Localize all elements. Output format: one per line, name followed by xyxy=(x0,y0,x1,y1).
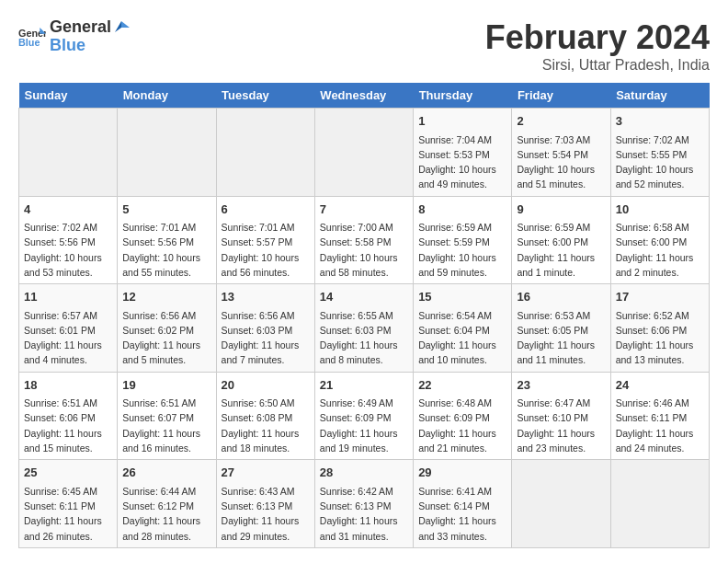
day-info: Sunrise: 7:03 AMSunset: 5:54 PMDaylight:… xyxy=(517,132,605,192)
weekday-header-thursday: Thursday xyxy=(414,83,512,109)
day-info: Sunrise: 6:46 AMSunset: 6:11 PMDaylight:… xyxy=(616,396,704,455)
day-number: 20 xyxy=(222,376,310,395)
day-number: 13 xyxy=(222,288,310,306)
calendar-cell: 21Sunrise: 6:49 AMSunset: 6:09 PMDayligh… xyxy=(314,372,413,460)
calendar-week-row: 11Sunrise: 6:57 AMSunset: 6:01 PMDayligh… xyxy=(19,284,710,373)
day-number: 12 xyxy=(122,288,210,306)
calendar-week-row: 4Sunrise: 7:02 AMSunset: 5:56 PMDaylight… xyxy=(19,196,710,284)
day-info: Sunrise: 7:00 AMSunset: 5:58 PMDaylight:… xyxy=(320,220,408,280)
day-info: Sunrise: 6:53 AMSunset: 6:05 PMDaylight:… xyxy=(517,308,605,368)
calendar-cell xyxy=(118,109,216,197)
day-number: 26 xyxy=(122,464,210,482)
calendar-cell xyxy=(314,109,413,197)
calendar-cell: 11Sunrise: 6:57 AMSunset: 6:01 PMDayligh… xyxy=(19,284,118,373)
calendar-cell: 20Sunrise: 6:50 AMSunset: 6:08 PMDayligh… xyxy=(216,372,314,460)
calendar-cell: 7Sunrise: 7:00 AMSunset: 5:58 PMDaylight… xyxy=(314,196,413,284)
weekday-header-wednesday: Wednesday xyxy=(314,83,413,109)
day-number: 24 xyxy=(616,376,704,395)
day-number: 7 xyxy=(320,201,408,219)
day-number: 14 xyxy=(320,288,408,306)
weekday-header-monday: Monday xyxy=(118,83,216,109)
calendar-cell: 19Sunrise: 6:51 AMSunset: 6:07 PMDayligh… xyxy=(118,372,216,460)
day-number: 8 xyxy=(418,201,506,219)
subtitle: Sirsi, Uttar Pradesh, India xyxy=(485,57,710,74)
calendar-cell: 28Sunrise: 6:42 AMSunset: 6:13 PMDayligh… xyxy=(314,460,413,548)
calendar-cell: 3Sunrise: 7:02 AMSunset: 5:55 PMDaylight… xyxy=(610,109,709,197)
calendar-cell: 29Sunrise: 6:41 AMSunset: 6:14 PMDayligh… xyxy=(414,460,512,548)
header: General Blue General Blue February 2024 … xyxy=(18,18,710,74)
calendar-cell: 27Sunrise: 6:43 AMSunset: 6:13 PMDayligh… xyxy=(216,460,314,548)
day-info: Sunrise: 6:50 AMSunset: 6:08 PMDaylight:… xyxy=(222,396,310,455)
day-number: 23 xyxy=(517,376,605,395)
day-info: Sunrise: 6:54 AMSunset: 6:04 PMDaylight:… xyxy=(418,308,506,368)
day-info: Sunrise: 7:02 AMSunset: 5:55 PMDaylight:… xyxy=(616,132,704,192)
svg-marker-4 xyxy=(115,21,121,32)
day-info: Sunrise: 7:01 AMSunset: 5:56 PMDaylight:… xyxy=(122,220,210,280)
day-info: Sunrise: 6:59 AMSunset: 6:00 PMDaylight:… xyxy=(517,220,605,280)
calendar-cell: 22Sunrise: 6:48 AMSunset: 6:09 PMDayligh… xyxy=(414,372,512,460)
day-info: Sunrise: 6:51 AMSunset: 6:07 PMDaylight:… xyxy=(122,396,210,455)
logo-blue: Blue xyxy=(50,37,130,55)
calendar-cell: 12Sunrise: 6:56 AMSunset: 6:02 PMDayligh… xyxy=(118,284,216,373)
day-number: 16 xyxy=(517,288,605,306)
day-number: 11 xyxy=(24,288,112,306)
svg-text:Blue: Blue xyxy=(18,37,40,48)
day-number: 5 xyxy=(122,201,210,219)
day-info: Sunrise: 6:47 AMSunset: 6:10 PMDaylight:… xyxy=(517,396,605,455)
logo-general: General xyxy=(50,18,130,37)
day-number: 22 xyxy=(418,376,506,395)
calendar-cell: 16Sunrise: 6:53 AMSunset: 6:05 PMDayligh… xyxy=(512,284,610,373)
day-number: 9 xyxy=(517,201,605,219)
calendar-cell: 26Sunrise: 6:44 AMSunset: 6:12 PMDayligh… xyxy=(118,460,216,548)
day-number: 3 xyxy=(616,112,704,131)
day-number: 1 xyxy=(418,112,506,131)
calendar-cell: 15Sunrise: 6:54 AMSunset: 6:04 PMDayligh… xyxy=(414,284,512,373)
calendar-cell: 13Sunrise: 6:56 AMSunset: 6:03 PMDayligh… xyxy=(216,284,314,373)
calendar-week-row: 18Sunrise: 6:51 AMSunset: 6:06 PMDayligh… xyxy=(19,372,710,460)
logo-icon: General Blue xyxy=(18,26,46,48)
calendar-cell: 18Sunrise: 6:51 AMSunset: 6:06 PMDayligh… xyxy=(19,372,118,460)
day-info: Sunrise: 6:48 AMSunset: 6:09 PMDaylight:… xyxy=(418,396,506,455)
calendar-cell: 23Sunrise: 6:47 AMSunset: 6:10 PMDayligh… xyxy=(512,372,610,460)
calendar-cell: 14Sunrise: 6:55 AMSunset: 6:03 PMDayligh… xyxy=(314,284,413,373)
day-info: Sunrise: 6:42 AMSunset: 6:13 PMDaylight:… xyxy=(320,484,408,544)
day-info: Sunrise: 6:52 AMSunset: 6:06 PMDaylight:… xyxy=(616,308,704,368)
day-info: Sunrise: 6:56 AMSunset: 6:03 PMDaylight:… xyxy=(222,308,310,368)
calendar-cell: 8Sunrise: 6:59 AMSunset: 5:59 PMDaylight… xyxy=(414,196,512,284)
day-number: 2 xyxy=(517,112,605,131)
calendar-week-row: 1Sunrise: 7:04 AMSunset: 5:53 PMDaylight… xyxy=(19,109,710,197)
calendar-cell: 2Sunrise: 7:03 AMSunset: 5:54 PMDaylight… xyxy=(512,109,610,197)
day-number: 29 xyxy=(418,464,506,482)
weekday-header-sunday: Sunday xyxy=(19,83,118,109)
main-title: February 2024 xyxy=(485,18,710,57)
day-number: 18 xyxy=(24,376,112,395)
day-info: Sunrise: 6:45 AMSunset: 6:11 PMDaylight:… xyxy=(24,484,112,544)
day-number: 10 xyxy=(616,201,704,219)
calendar-cell xyxy=(19,109,118,197)
day-number: 28 xyxy=(320,464,408,482)
day-info: Sunrise: 6:43 AMSunset: 6:13 PMDaylight:… xyxy=(222,484,310,544)
day-info: Sunrise: 7:04 AMSunset: 5:53 PMDaylight:… xyxy=(418,132,506,192)
day-info: Sunrise: 6:57 AMSunset: 6:01 PMDaylight:… xyxy=(24,308,112,368)
logo-bird-icon xyxy=(113,19,130,36)
day-info: Sunrise: 7:02 AMSunset: 5:56 PMDaylight:… xyxy=(24,220,112,280)
calendar-table: SundayMondayTuesdayWednesdayThursdayFrid… xyxy=(18,83,710,548)
calendar-cell xyxy=(512,460,610,548)
day-info: Sunrise: 6:41 AMSunset: 6:14 PMDaylight:… xyxy=(418,484,506,544)
calendar-cell xyxy=(216,109,314,197)
calendar-cell xyxy=(610,460,709,548)
day-info: Sunrise: 6:51 AMSunset: 6:06 PMDaylight:… xyxy=(24,396,112,455)
day-number: 4 xyxy=(24,201,112,219)
title-section: February 2024 Sirsi, Uttar Pradesh, Indi… xyxy=(485,18,710,74)
weekday-header-saturday: Saturday xyxy=(610,83,709,109)
calendar-cell: 1Sunrise: 7:04 AMSunset: 5:53 PMDaylight… xyxy=(414,109,512,197)
day-number: 6 xyxy=(222,201,310,219)
calendar-cell: 25Sunrise: 6:45 AMSunset: 6:11 PMDayligh… xyxy=(19,460,118,548)
day-info: Sunrise: 6:55 AMSunset: 6:03 PMDaylight:… xyxy=(320,308,408,368)
calendar-cell: 5Sunrise: 7:01 AMSunset: 5:56 PMDaylight… xyxy=(118,196,216,284)
day-info: Sunrise: 7:01 AMSunset: 5:57 PMDaylight:… xyxy=(222,220,310,280)
calendar-cell: 4Sunrise: 7:02 AMSunset: 5:56 PMDaylight… xyxy=(19,196,118,284)
calendar-cell: 24Sunrise: 6:46 AMSunset: 6:11 PMDayligh… xyxy=(610,372,709,460)
weekday-header-row: SundayMondayTuesdayWednesdayThursdayFrid… xyxy=(19,83,710,109)
calendar-cell: 17Sunrise: 6:52 AMSunset: 6:06 PMDayligh… xyxy=(610,284,709,373)
